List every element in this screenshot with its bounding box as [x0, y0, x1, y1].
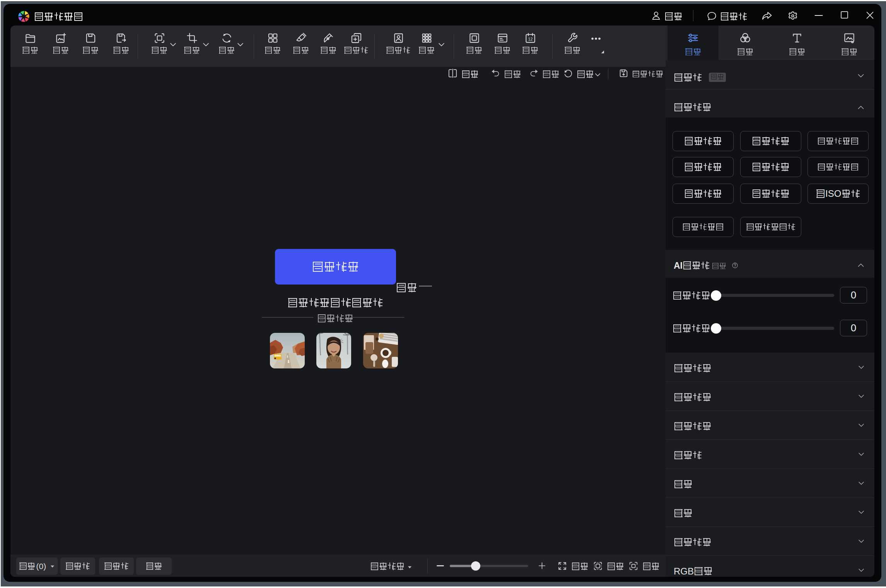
svg-text:12: 12	[528, 37, 533, 41]
